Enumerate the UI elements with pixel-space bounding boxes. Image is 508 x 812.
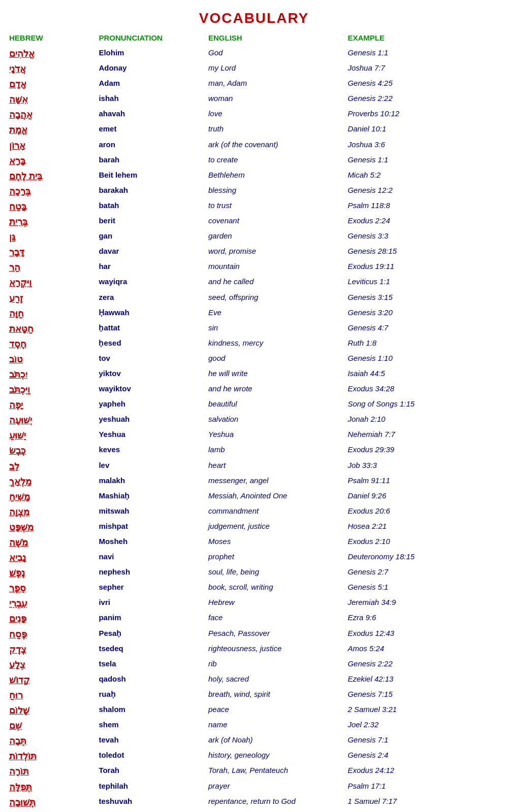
cell-pronunciation: tevah — [94, 733, 204, 749]
table-row: צֵלָעtselaribGenesis 2:22 — [5, 657, 503, 672]
cell-example: Psalm 91:11 — [343, 474, 503, 489]
cell-example: Genesis 2:4 — [343, 749, 503, 764]
cell-english: and he called — [204, 275, 343, 290]
cell-english: Hebrew — [204, 596, 343, 611]
table-row: סֵפֶרsepherbook, scroll, writingGenesis … — [5, 581, 503, 596]
cell-example: Micah 5:2 — [343, 168, 503, 184]
table-row: יֵשׁוּעַYeshuaYeshuaNehemiah 7:7 — [5, 428, 503, 443]
cell-example: 2 Samuel 3:21 — [343, 703, 503, 718]
cell-pronunciation: tephilah — [94, 780, 204, 795]
cell-english: Pesach, Passover — [204, 627, 343, 642]
table-row: תּוֹרָהTorahTorah, Law, PentateuchExodus… — [5, 764, 503, 779]
table-row: בָּרָאbarahto createGenesis 1:1 — [5, 153, 503, 168]
table-row: בְּרִיתberitcovenantExodus 2:24 — [5, 214, 503, 229]
cell-hebrew: נָבִיא — [5, 550, 94, 565]
table-row: שָׁלוֹםshalompeace2 Samuel 3:21 — [5, 703, 503, 718]
cell-english: commandment — [204, 504, 343, 520]
cell-example: Jeremiah 34:9 — [343, 596, 503, 611]
cell-hebrew: בְּרִית — [5, 214, 94, 229]
col-header-example: EXAMPLE — [343, 31, 503, 46]
cell-english: Yeshua — [204, 428, 343, 443]
table-row: נֶפֶשׁnepheshsoul, life, beingGenesis 2:… — [5, 565, 503, 581]
cell-example: Joshua 3:6 — [343, 138, 503, 153]
cell-english: lamb — [204, 443, 343, 458]
table-row: זֶרַעzeraseed, offspringGenesis 3:15 — [5, 291, 503, 306]
cell-english: seed, offspring — [204, 291, 343, 306]
cell-example: Genesis 1:10 — [343, 352, 503, 367]
cell-english: he will write — [204, 367, 343, 382]
cell-hebrew: זֶרַע — [5, 291, 94, 306]
cell-english: my Lord — [204, 61, 343, 77]
table-row: מַלְאָךְmalakhmessenger, angelPsalm 91:1… — [5, 474, 503, 489]
cell-pronunciation: Beit lehem — [94, 168, 204, 184]
col-header-english: ENGLISH — [204, 31, 343, 46]
cell-hebrew: חֶסֶד — [5, 336, 94, 352]
table-row: צֶדֶקtsedeqrighteousness, justiceAmos 5:… — [5, 642, 503, 657]
table-row: חַטָּאתḥattatsinGenesis 4:7 — [5, 321, 503, 336]
cell-hebrew: חַטָּאת — [5, 321, 94, 336]
cell-english: face — [204, 611, 343, 626]
cell-example: Genesis 1:1 — [343, 153, 503, 168]
cell-english: Messiah, Anointed One — [204, 489, 343, 504]
cell-hebrew: קָדוֹשׁ — [5, 672, 94, 688]
cell-example: Genesis 3:3 — [343, 229, 503, 245]
cell-english: judgement, justice — [204, 520, 343, 535]
cell-hebrew: פֶּסַח — [5, 627, 94, 642]
table-row: תְּשׁוּבָהteshuvahrepentance, return to … — [5, 795, 503, 810]
cell-pronunciation: malakh — [94, 474, 204, 489]
cell-english: love — [204, 107, 343, 122]
cell-pronunciation: yeshuah — [94, 413, 204, 428]
cell-pronunciation: barakah — [94, 184, 204, 199]
table-row: כֶּבֶשׂkeveslambExodus 29:39 — [5, 443, 503, 458]
cell-pronunciation: yiktov — [94, 367, 204, 382]
table-row: טוֹבtovgoodGenesis 1:10 — [5, 352, 503, 367]
table-row: מִצְוָהmitswahcommandmentExodus 20:6 — [5, 504, 503, 520]
cell-hebrew: אַהֲבָה — [5, 107, 94, 122]
cell-pronunciation: wayiqra — [94, 275, 204, 290]
cell-hebrew: תְּשׁוּבָה — [5, 795, 94, 810]
table-row: יְשׁוּעָהyeshuahsalvationJonah 2:10 — [5, 413, 503, 428]
table-row: רוּחַruaḥbreath, wind, spiritGenesis 7:1… — [5, 688, 503, 703]
cell-pronunciation: ishah — [94, 92, 204, 107]
cell-example: Genesis 1:1 — [343, 46, 503, 61]
cell-hebrew: אִשָּׁה — [5, 92, 94, 107]
cell-pronunciation: zera — [94, 291, 204, 306]
cell-example: Song of Songs 1:15 — [343, 397, 503, 413]
cell-english: prophet — [204, 550, 343, 565]
cell-pronunciation: shalom — [94, 703, 204, 718]
cell-pronunciation: navi — [94, 550, 204, 565]
table-row: יִכְתֹּבyiktovhe will writeIsaiah 44:5 — [5, 367, 503, 382]
cell-english: blessing — [204, 184, 343, 199]
page-title: VOCABULARY — [5, 10, 503, 26]
cell-hebrew: שָׁלוֹם — [5, 703, 94, 718]
cell-pronunciation: ḥattat — [94, 321, 204, 336]
cell-hebrew: פָּנִים — [5, 611, 94, 626]
cell-pronunciation: Pesaḥ — [94, 627, 204, 642]
table-row: בְּרָכָהbarakahblessingGenesis 12:2 — [5, 184, 503, 199]
cell-example: Proverbs 10:12 — [343, 107, 503, 122]
table-row: עִבְרִיivriHebrewJeremiah 34:9 — [5, 596, 503, 611]
cell-example: Psalm 118:8 — [343, 199, 503, 214]
cell-english: peace — [204, 703, 343, 718]
cell-example: Exodus 2:10 — [343, 535, 503, 550]
cell-pronunciation: ḥesed — [94, 336, 204, 352]
cell-pronunciation: davar — [94, 245, 204, 260]
table-row: פָּנִיםpanimfaceEzra 9:6 — [5, 611, 503, 626]
cell-pronunciation: mishpat — [94, 520, 204, 535]
cell-english: mountain — [204, 260, 343, 275]
cell-example: Exodus 24:12 — [343, 764, 503, 779]
cell-hebrew: יֵשׁוּעַ — [5, 428, 94, 443]
cell-example: Leviticus 1:1 — [343, 275, 503, 290]
cell-english: name — [204, 718, 343, 733]
table-row: פֶּסַחPesaḥPesach, PassoverExodus 12:43 — [5, 627, 503, 642]
cell-hebrew: תְּפִלָּה — [5, 780, 94, 795]
cell-english: book, scroll, writing — [204, 581, 343, 596]
cell-hebrew: וַיִּכְתֹּב — [5, 382, 94, 397]
cell-english: breath, wind, spirit — [204, 688, 343, 703]
cell-hebrew: שֵׁם — [5, 718, 94, 733]
cell-pronunciation: tsela — [94, 657, 204, 672]
cell-example: Ezra 9:6 — [343, 611, 503, 626]
cell-pronunciation: Adonay — [94, 61, 204, 77]
cell-hebrew: בְּרָכָה — [5, 184, 94, 199]
cell-pronunciation: Mashiaḥ — [94, 489, 204, 504]
